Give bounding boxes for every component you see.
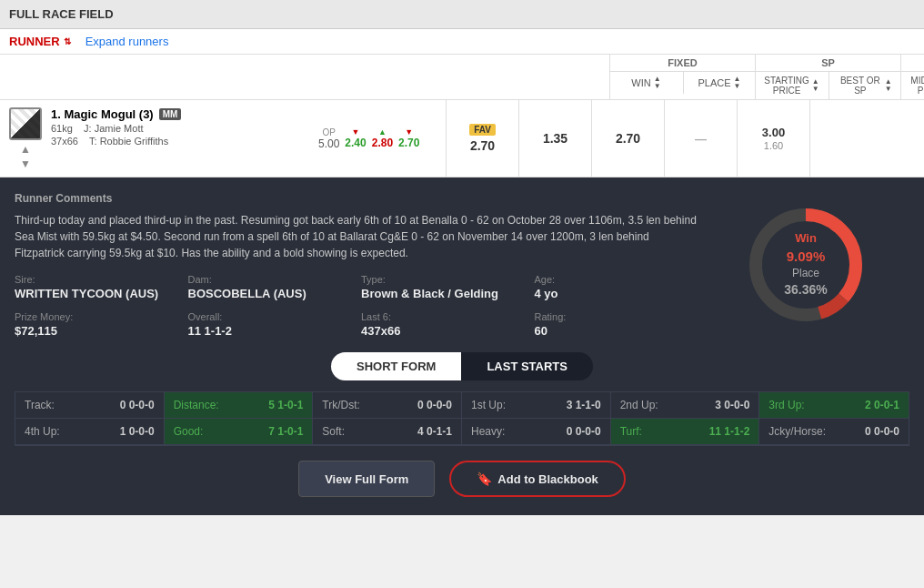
win-sort-button[interactable]: WIN ▲▼ xyxy=(610,72,683,94)
stats-cell: 1st Up: 3 1-1-0 xyxy=(462,392,611,419)
donut-win-pct: 9.09% xyxy=(784,247,827,266)
short-form-tab[interactable]: SHORT FORM xyxy=(331,352,461,380)
stats-cell: Heavy: 0 0-0-0 xyxy=(462,419,611,445)
stats-cell: Trk/Dst: 0 0-0-0 xyxy=(313,392,462,419)
stat-label: 3rd Up: xyxy=(768,399,804,411)
fav-badge: FAV xyxy=(469,124,496,136)
runner-down-button[interactable]: ▼ xyxy=(20,158,31,169)
add-blackbook-button[interactable]: 🔖 Add to Blackbook xyxy=(449,461,626,497)
sp-col-group: SP STARTING PRICE ▲▼ BEST OR SP ▲▼ xyxy=(755,55,900,99)
fixed-win-price: 2.70 xyxy=(470,138,495,153)
stat-value: 0 0-0-0 xyxy=(417,399,452,411)
rating-stat: Rating: 60 xyxy=(535,311,698,338)
stat-value: 4 0-1-1 xyxy=(417,425,452,438)
stat-label: Soft: xyxy=(322,425,345,438)
stat-value: 3 0-0-0 xyxy=(715,399,749,411)
detail-panel: Runner Comments Third-up today and place… xyxy=(0,177,924,515)
runner-sort-button[interactable]: RUNNER ⇅ xyxy=(9,35,71,48)
stat-value: 7 1-0-1 xyxy=(268,425,303,438)
stats-cell: Distance: 5 1-0-1 xyxy=(165,392,314,419)
starting-price-sort-button[interactable]: STARTING PRICE ▲▼ xyxy=(755,72,829,99)
stat-value: 11 1-1-2 xyxy=(709,425,750,438)
tote-place-col: 3.00 1.60 xyxy=(738,100,810,177)
stats-cell: Soft: 4 0-1-1 xyxy=(313,419,462,445)
bookmark-icon: 🔖 xyxy=(477,471,492,486)
fixed-win-col: FAV 2.70 xyxy=(447,100,519,177)
stats-cell: Jcky/Horse: 0 0-0-0 xyxy=(759,419,909,445)
form-tabs: SHORT FORM LAST STARTS xyxy=(15,352,909,380)
price-op: OP 5.00 xyxy=(318,127,339,150)
stats-cell: Track: 0 0-0-0 xyxy=(15,392,165,419)
page-header: FULL RACE FIELD xyxy=(0,0,924,29)
view-full-form-button[interactable]: View Full Form xyxy=(298,461,435,497)
donut-place-label: Place xyxy=(784,266,827,281)
runner-row: ▲ ▼ 1. Magic Mogul (3) MM 61kg J: Jamie … xyxy=(0,100,924,177)
sire-stat: Sire: WRITTEN TYCOON (AUS) xyxy=(15,274,177,300)
detail-stats: Sire: WRITTEN TYCOON (AUS) Dam: BOSCOBEL… xyxy=(15,274,697,338)
runner-trainer: 37x66 T: Robbie Griffiths xyxy=(51,136,300,147)
runner-details: 1. Magic Mogul (3) MM 61kg J: Jamie Mott… xyxy=(51,107,300,147)
mm-badge: MM xyxy=(159,108,182,120)
stat-label: 1st Up: xyxy=(471,399,506,411)
last6-stat: Last 6: 437x66 xyxy=(361,311,524,338)
tote-place-price: 1.60 xyxy=(764,140,783,151)
stat-value: 0 0-0-0 xyxy=(865,425,899,438)
donut-chart-container: Win 9.09% Place 36.36% xyxy=(715,192,897,338)
column-headers: FIXED WIN ▲▼ PLACE ▲▼ SP STARTING PRICE … xyxy=(0,55,924,100)
runner-silk xyxy=(9,107,42,140)
stat-value: 0 0-0-0 xyxy=(120,399,155,411)
type-stat: Type: Brown & Black / Gelding xyxy=(361,274,524,300)
place-sort-button[interactable]: PLACE ▲▼ xyxy=(683,72,756,94)
expand-runners-button[interactable]: Expand runners xyxy=(85,35,169,48)
bottom-buttons: View Full Form 🔖 Add to Blackbook xyxy=(15,461,909,501)
stat-label: Heavy: xyxy=(471,425,505,438)
price-mid[interactable]: ▲ 2.80 xyxy=(372,127,393,149)
tote-col-group: TOTE MID TOTE PLACE ▲▼ xyxy=(900,55,924,99)
stat-value: 3 1-1-0 xyxy=(567,399,601,411)
tote-win-price: 3.00 xyxy=(762,126,785,139)
comments-title: Runner Comments xyxy=(15,192,715,205)
stat-label: Jcky/Horse: xyxy=(768,425,826,438)
last-starts-tab[interactable]: LAST STARTS xyxy=(461,352,593,380)
stat-label: Distance: xyxy=(174,399,219,411)
overall-stat: Overall: 11 1-1-2 xyxy=(188,311,351,338)
fixed-place-col: 1.35 xyxy=(519,100,592,177)
runner-info: ▲ ▼ 1. Magic Mogul (3) MM 61kg J: Jamie … xyxy=(0,100,309,177)
stats-grid: Track: 0 0-0-0 Distance: 5 1-0-1 Trk/Dst… xyxy=(15,391,909,446)
age-stat: Age: 4 yo xyxy=(535,274,698,300)
sp-best-price: — xyxy=(695,132,707,146)
sp-starting-price: 2.70 xyxy=(616,131,640,146)
stat-label: Track: xyxy=(25,399,55,411)
stats-cell: Good: 7 1-0-1 xyxy=(165,419,314,445)
sp-best-col: — xyxy=(665,100,738,177)
price-place[interactable]: ▼ 2.70 xyxy=(398,127,419,149)
stat-label: 2nd Up: xyxy=(620,399,658,411)
fixed-label: FIXED xyxy=(610,55,755,72)
stats-cell: Turf: 11 1-1-2 xyxy=(611,419,760,445)
tote-label: TOTE xyxy=(901,55,924,72)
price-win[interactable]: ▼ 2.40 xyxy=(345,127,366,149)
runner-name: 1. Magic Mogul (3) MM xyxy=(51,107,300,121)
stat-value: 2 0-0-1 xyxy=(865,399,899,411)
stats-cell: 3rd Up: 2 0-0-1 xyxy=(759,392,909,419)
donut-chart: Win 9.09% Place 36.36% xyxy=(742,201,869,329)
stats-cell: 2nd Up: 3 0-0-0 xyxy=(611,392,760,419)
detail-row: Runner Comments Third-up today and place… xyxy=(15,192,909,338)
page-title: FULL RACE FIELD xyxy=(9,7,114,21)
mid-tote-sort-button[interactable]: MID TOTE PLACE ▲▼ xyxy=(901,72,925,99)
fixed-col-group: FIXED WIN ▲▼ PLACE ▲▼ xyxy=(609,55,755,99)
stat-value: 0 0-0-0 xyxy=(567,425,601,438)
runner-up-button[interactable]: ▲ xyxy=(20,144,31,155)
sp-label: SP xyxy=(756,55,900,72)
sp-starting-col: 2.70 xyxy=(592,100,665,177)
stats-cell: 4th Up: 1 0-0-0 xyxy=(15,419,165,445)
stat-value: 5 1-0-1 xyxy=(268,399,303,411)
runner-weight: 61kg J: Jamie Mott xyxy=(51,123,300,134)
stat-label: Turf: xyxy=(620,425,642,438)
prize-stat: Prize Money: $72,115 xyxy=(15,311,177,338)
best-or-sp-sort-button[interactable]: BEST OR SP ▲▼ xyxy=(829,72,901,99)
fixed-place-price: 1.35 xyxy=(543,131,567,146)
stat-value: 1 0-0-0 xyxy=(120,425,155,438)
fixed-cols: FAV 2.70 1.35 2.70 — 3.00 1.60 xyxy=(446,100,810,177)
detail-left: Runner Comments Third-up today and place… xyxy=(15,192,715,338)
